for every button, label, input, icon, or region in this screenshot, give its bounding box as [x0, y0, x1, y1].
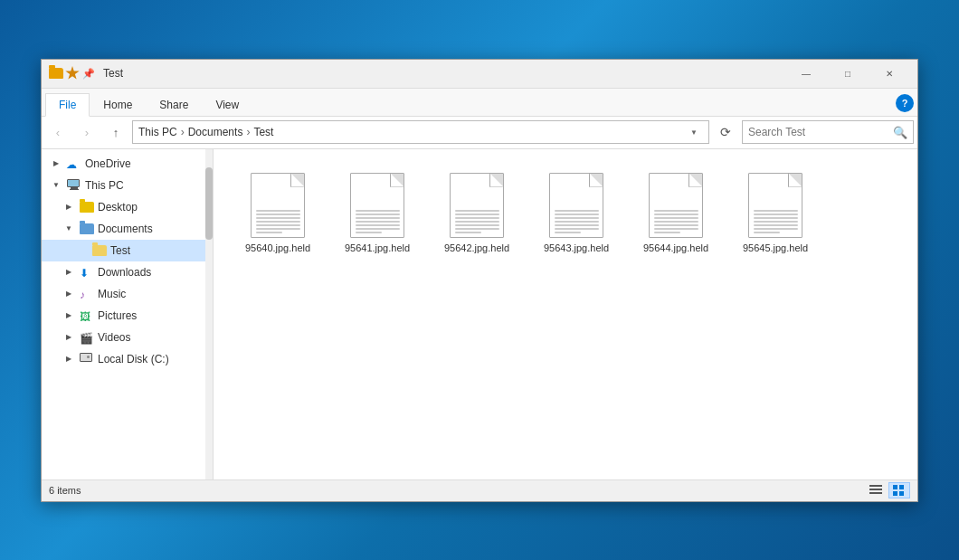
sidebar-item-pictures[interactable]: ▶ 🖼 Pictures [42, 305, 213, 327]
sidebar-item-music[interactable]: ▶ ♪ Music [42, 283, 213, 305]
sidebar-label-videos: Videos [98, 331, 130, 344]
tab-home[interactable]: Home [90, 93, 146, 117]
ribbon-tab-bar: File Home Share View ? [42, 89, 917, 116]
sidebar-label-desktop: Desktop [98, 201, 138, 214]
file-item[interactable]: 95645.jpg.held [726, 164, 825, 263]
breadcrumb-dropdown[interactable]: ▼ [685, 123, 703, 141]
search-icon[interactable]: 🔍 [893, 126, 907, 139]
main-area: ▶ ☁ OneDrive ▼ This PC ▶ [42, 149, 917, 479]
maximize-button[interactable]: □ [827, 59, 869, 88]
downloads-icon: ⬇ [80, 267, 94, 278]
pictures-icon: 🖼 [80, 310, 94, 321]
svg-rect-1 [869, 489, 882, 490]
doc-icon [549, 173, 603, 238]
doc-icon [350, 173, 404, 238]
sidebar-scroll-thumb[interactable] [205, 167, 213, 240]
address-bar: ‹ › ↑ This PC › Documents › Test ▼ ⟳ 🔍 [42, 117, 917, 149]
folder-icon-documents [80, 223, 94, 234]
file-item[interactable]: 95641.jpg.held [328, 164, 427, 263]
file-name: 95640.jpg.held [242, 242, 314, 254]
expand-downloads[interactable]: ▶ [62, 265, 76, 280]
sidebar-item-local-disk[interactable]: ▶ Local Disk (C:) [42, 348, 213, 370]
folder-icon-test [92, 245, 107, 256]
music-icon: ♪ [80, 289, 94, 299]
file-item[interactable]: 95643.jpg.held [527, 164, 626, 263]
breadcrumb-sep2: › [246, 126, 250, 138]
explorer-window: 📌 Test — □ ✕ File Home Share View ? [41, 59, 918, 502]
item-count: 6 items [49, 485, 81, 496]
breadcrumb[interactable]: This PC › Documents › Test ▼ [132, 120, 709, 144]
file-name: 95644.jpg.held [640, 242, 712, 254]
file-content: 95640.jpg.held95641.jpg.held95642.jpg.he… [214, 149, 917, 479]
expand-pictures[interactable]: ▶ [62, 308, 76, 323]
sidebar-label-this-pc: This PC [85, 179, 124, 192]
breadcrumb-documents[interactable]: Documents [188, 126, 243, 138]
tab-share[interactable]: Share [146, 93, 202, 117]
sidebar-item-desktop[interactable]: ▶ Desktop [42, 196, 213, 218]
folder-icon-desktop [80, 202, 94, 213]
file-item[interactable]: 95640.jpg.held [228, 164, 328, 263]
sidebar-content: ▶ ☁ OneDrive ▼ This PC ▶ [42, 149, 213, 479]
pin-icon: 📌 [81, 66, 96, 81]
sidebar: ▶ ☁ OneDrive ▼ This PC ▶ [42, 149, 214, 479]
breadcrumb-test[interactable]: Test [253, 126, 273, 138]
sidebar-label-onedrive: OneDrive [85, 157, 131, 170]
svg-rect-3 [893, 485, 897, 489]
svg-rect-5 [893, 491, 897, 496]
sidebar-item-documents[interactable]: ▼ Documents [42, 218, 213, 240]
sidebar-item-this-pc[interactable]: ▼ This PC [42, 175, 213, 196]
sidebar-label-local-disk: Local Disk (C:) [98, 353, 169, 365]
sidebar-item-downloads[interactable]: ▶ ⬇ Downloads [42, 261, 213, 283]
details-view-button[interactable] [865, 482, 887, 498]
file-item[interactable]: 95642.jpg.held [427, 164, 527, 263]
expand-music[interactable]: ▶ [62, 287, 76, 301]
expand-desktop[interactable]: ▶ [62, 200, 76, 214]
sidebar-label-test: Test [110, 244, 130, 257]
svg-rect-0 [869, 485, 882, 487]
search-input[interactable] [748, 126, 889, 138]
forward-button[interactable]: › [74, 119, 100, 145]
svg-rect-6 [899, 491, 904, 496]
help-button[interactable]: ? [896, 94, 914, 112]
sidebar-item-videos[interactable]: ▶ 🎬 Videos [42, 327, 213, 348]
videos-icon: 🎬 [80, 332, 94, 343]
breadcrumb-sep1: › [181, 126, 185, 138]
svg-rect-4 [899, 485, 904, 489]
tab-file[interactable]: File [45, 93, 90, 117]
sidebar-item-test[interactable]: Test [42, 240, 213, 261]
sidebar-scrollbar[interactable] [205, 149, 213, 479]
file-name: 95642.jpg.held [441, 242, 513, 254]
folder-icon-small [49, 66, 63, 81]
tab-view[interactable]: View [202, 93, 252, 117]
back-button[interactable]: ‹ [45, 119, 71, 145]
quick-access-star [65, 66, 80, 81]
hdd-icon [80, 353, 94, 365]
doc-icon [748, 173, 802, 238]
expand-videos[interactable]: ▶ [62, 330, 76, 345]
file-item[interactable]: 95644.jpg.held [626, 164, 726, 263]
sidebar-label-documents: Documents [98, 223, 153, 235]
expand-local-disk[interactable]: ▶ [62, 352, 76, 366]
breadcrumb-this-pc[interactable]: This PC [138, 126, 177, 138]
doc-icon [450, 173, 504, 238]
search-box[interactable]: 🔍 [742, 120, 914, 144]
file-name: 95645.jpg.held [739, 242, 812, 254]
status-bar: 6 items [42, 479, 917, 501]
sidebar-label-pictures: Pictures [98, 309, 137, 322]
file-name: 95643.jpg.held [540, 242, 612, 254]
refresh-button[interactable]: ⟳ [713, 119, 738, 145]
doc-icon [649, 173, 703, 238]
file-area: 95640.jpg.held95641.jpg.held95642.jpg.he… [214, 149, 917, 479]
expand-documents[interactable]: ▼ [62, 222, 76, 236]
pc-icon [67, 179, 81, 191]
expand-this-pc[interactable]: ▼ [49, 178, 63, 193]
close-button[interactable]: ✕ [869, 59, 910, 88]
window-title: Test [103, 67, 785, 80]
minimize-button[interactable]: — [785, 59, 827, 88]
sidebar-item-onedrive[interactable]: ▶ ☁ OneDrive [42, 153, 213, 175]
expand-onedrive[interactable]: ▶ [49, 157, 63, 171]
expand-test[interactable] [74, 243, 89, 258]
up-button[interactable]: ↑ [103, 119, 128, 145]
large-icons-view-button[interactable] [888, 482, 910, 498]
cloud-icon: ☁ [66, 158, 82, 169]
